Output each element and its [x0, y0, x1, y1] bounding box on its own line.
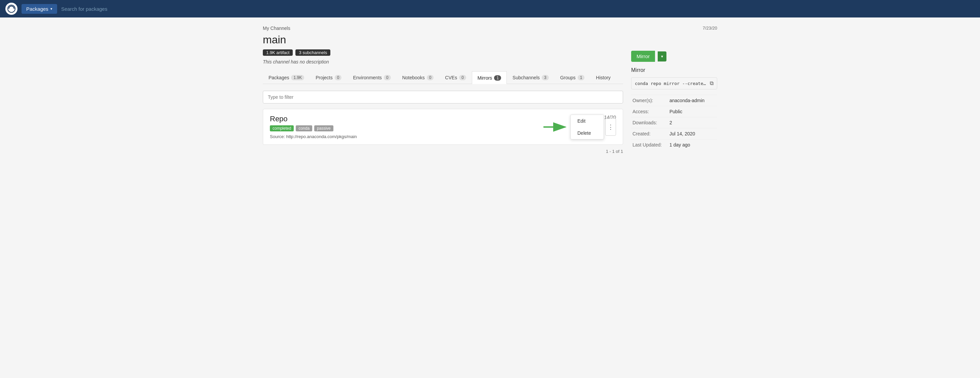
tab-projects-count: 0 [335, 75, 342, 80]
tab-mirrors-count: 1 [494, 75, 501, 81]
pagination: 1 - 1 of 1 [263, 149, 623, 154]
info-label-access: Access: [631, 106, 668, 117]
tab-environments[interactable]: Environments 0 [347, 71, 396, 84]
breadcrumb: My Channels [263, 25, 623, 31]
sidebar-date: 7/23/20 [631, 25, 717, 30]
info-label-created: Created: [631, 129, 668, 140]
info-label-lastupdated: Last Updated: [631, 140, 668, 151]
mirror-action-row: Mirror ▾ [631, 51, 717, 62]
tab-subchannels-count: 3 [542, 75, 549, 80]
page-title: main [263, 33, 623, 46]
tab-subchannels-label: Subchannels [512, 75, 540, 80]
packages-label: Packages [26, 6, 48, 12]
context-area: Edit Delete ⋮ [543, 114, 616, 140]
tab-groups[interactable]: Groups 1 [555, 71, 590, 84]
packages-dropdown-button[interactable]: Packages ▾ [22, 4, 57, 14]
info-value-owners: anaconda-admin [668, 95, 717, 106]
artifact-badge: 1.9K artifact [263, 49, 293, 56]
app-logo [5, 3, 18, 15]
context-menu: Edit Delete [570, 114, 604, 140]
mirror-button[interactable]: Mirror [631, 51, 655, 62]
info-label-owners: Owner(s): [631, 95, 668, 106]
info-table: Owner(s): anaconda-admin Access: Public … [631, 95, 717, 150]
channel-description: This channel has no description [263, 59, 623, 65]
info-value-downloads: 2 [668, 117, 717, 129]
tab-history[interactable]: History [590, 71, 616, 84]
context-menu-delete[interactable]: Delete [571, 127, 604, 139]
filter-input[interactable] [263, 91, 623, 103]
tab-projects[interactable]: Projects 0 [310, 71, 347, 84]
tab-packages-label: Packages [269, 75, 289, 80]
tab-cves[interactable]: CVEs 0 [439, 71, 471, 84]
tab-cves-label: CVEs [445, 75, 457, 80]
content-area: My Channels main 1.9K artifact 3 subchan… [263, 17, 623, 162]
mirror-command-text: conda repo mirror --create < [635, 81, 707, 86]
tab-groups-count: 1 [578, 75, 585, 80]
passive-badge: passive [314, 125, 333, 131]
three-dots-button[interactable]: ⋮ [605, 118, 616, 136]
repo-title: Repo [270, 114, 288, 123]
tab-packages-count: 1.9K [291, 75, 304, 80]
tab-environments-label: Environments [353, 75, 382, 80]
info-value-lastupdated: 1 day ago [668, 140, 717, 151]
mirror-dropdown-button[interactable]: ▾ [658, 51, 667, 62]
info-label-downloads: Downloads: [631, 117, 668, 129]
tab-notebooks[interactable]: Notebooks 0 [396, 71, 439, 84]
mirror-section-title: Mirror [631, 67, 717, 73]
tab-projects-label: Projects [316, 75, 333, 80]
arrow-icon [543, 120, 570, 134]
info-value-created: Jul 14, 2020 [668, 129, 717, 140]
tab-cves-count: 0 [459, 75, 466, 80]
info-value-access: Public [668, 106, 717, 117]
tab-groups-label: Groups [560, 75, 576, 80]
tab-notebooks-label: Notebooks [402, 75, 425, 80]
tab-notebooks-count: 0 [427, 75, 434, 80]
tab-history-label: History [596, 75, 611, 80]
copy-command-button[interactable]: ⧉ [710, 80, 713, 86]
conda-badge: conda [296, 125, 312, 131]
completed-badge: completed [270, 125, 294, 131]
subchannels-badge: 3 subchannels [296, 49, 330, 56]
info-row-access: Access: Public [631, 106, 717, 117]
info-row-downloads: Downloads: 2 [631, 117, 717, 129]
page-badges: 1.9K artifact 3 subchannels [263, 49, 623, 56]
tab-mirrors-label: Mirrors [477, 75, 492, 81]
tab-subchannels[interactable]: Subchannels 3 [507, 71, 555, 84]
info-row-owners: Owner(s): anaconda-admin [631, 95, 717, 106]
sidebar: 7/23/20 Mirror ▾ Mirror conda repo mirro… [623, 17, 717, 162]
repo-card: Repo 14/20 completed conda passive Sourc… [263, 109, 623, 145]
search-input[interactable] [61, 6, 975, 12]
navbar: Packages ▾ [0, 0, 980, 17]
main-layout: My Channels main 1.9K artifact 3 subchan… [255, 17, 725, 162]
tab-mirrors[interactable]: Mirrors 1 [472, 71, 507, 84]
tab-packages[interactable]: Packages 1.9K [263, 71, 310, 84]
info-row-created: Created: Jul 14, 2020 [631, 129, 717, 140]
chevron-down-icon: ▾ [51, 7, 52, 11]
info-row-lastupdated: Last Updated: 1 day ago [631, 140, 717, 151]
tabs-bar: Packages 1.9K Projects 0 Environments 0 … [263, 71, 623, 84]
mirror-command-row: conda repo mirror --create < ⧉ [631, 77, 717, 89]
tab-environments-count: 0 [384, 75, 391, 80]
context-menu-edit[interactable]: Edit [571, 115, 604, 127]
